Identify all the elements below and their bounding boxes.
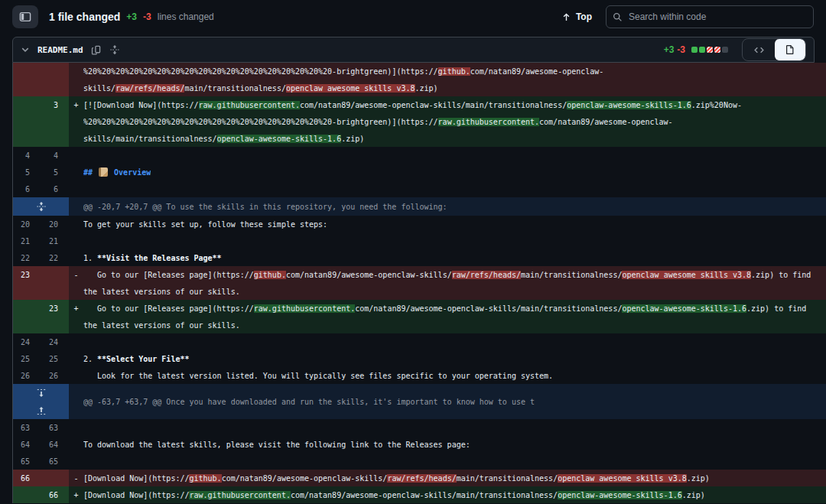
url-link[interactable]: github. [438,67,470,76]
url-link[interactable]: main/transitionalness/ [457,474,558,483]
new-line-number[interactable]: 26 [41,372,69,380]
url-link[interactable]: https:// [152,474,189,483]
old-line-number[interactable]: 4 [13,151,41,160]
old-line-number[interactable]: 26 [13,372,41,380]
rendered-file-view-button[interactable] [775,39,805,60]
url-link[interactable]: main/transitionalness/ [521,271,622,279]
new-line-number[interactable]: 3 [41,101,69,109]
url-link[interactable]: openclaw_awesome_skills_v3.8 [558,474,687,483]
new-line-number[interactable]: 24 [41,338,69,346]
old-line-number[interactable]: 64 [13,441,41,449]
new-line-number[interactable]: 65 [41,457,69,466]
url-link[interactable]: com/natan89/awesome-openclaw-skills/main… [291,491,558,499]
arrow-up-icon [561,12,571,22]
collapse-file-chevron-down-icon[interactable] [21,45,30,54]
old-line-number[interactable]: 6 [13,185,41,193]
diff-row-context: 2020To get your skills set up, follow th… [13,216,826,232]
old-line-number[interactable]: 23 [13,271,41,279]
new-line-number[interactable]: 66 [41,491,69,499]
url-link[interactable]: https:// [217,271,254,279]
url-link[interactable]: openclaw_awesome_skills_v3.8 [286,84,415,93]
url-link[interactable]: raw/refs/heads/ [452,271,521,279]
url-link[interactable]: raw.githubusercontent. [199,101,300,109]
diff-square-neutral [722,47,728,53]
url-link[interactable]: raw.githubusercontent. [189,491,290,499]
url-link[interactable]: com/natan89/awesome-openclaw-skills/ [286,271,452,279]
url-link[interactable]: .zip [682,491,701,499]
url-link[interactable]: com/natan89/awesome-openclaw- [470,67,604,76]
url-link[interactable]: raw.githubusercontent. [254,304,355,313]
old-line-number[interactable]: 65 [13,457,41,466]
new-line-number[interactable]: 23 [41,304,69,313]
old-line-number[interactable]: 22 [13,254,41,262]
url-link[interactable]: github. [254,271,286,279]
new-line-number[interactable]: 6 [41,185,69,193]
expand-down-button[interactable] [13,384,69,402]
old-line-number[interactable]: 21 [13,237,41,245]
lines-changed-label: lines changed [158,11,214,22]
url-link[interactable]: main/transitionalness/ [184,84,285,93]
url-link[interactable]: openclaw-awesome-skills-1.6 [567,101,691,109]
url-link[interactable]: https:// [401,67,437,76]
url-link[interactable]: https:// [161,101,198,109]
old-line-number[interactable]: 24 [13,338,41,346]
url-link[interactable]: https:// [401,118,437,126]
code-text: 2. [83,355,97,363]
url-link[interactable]: com/natan89/awesome-openclaw- [539,118,673,126]
new-line-number[interactable]: 64 [41,441,69,449]
new-line-number[interactable]: 20 [41,220,69,229]
diff-view-toggle [742,38,806,61]
url-link[interactable]: .zip%20Now- [691,101,742,109]
old-line-number[interactable]: 66 [13,474,41,483]
url-link[interactable]: openclaw_awesome_skills_v3.8 [622,271,751,279]
code-text: Go to our [Releases page]( [83,271,217,279]
diff-row-add: skills/main/transitionalness/openclaw-aw… [13,130,826,147]
code-line: Go to our [Releases page](https://github… [83,271,811,279]
expand-up-button[interactable] [13,402,69,419]
old-line-number[interactable]: 5 [13,168,41,177]
deletion-sign: - [69,474,83,483]
url-link[interactable]: raw/refs/heads/ [115,84,184,93]
scroll-to-top-button[interactable]: Top [561,11,592,22]
url-link[interactable]: skills/ [83,84,115,93]
source-code-view-button[interactable] [743,39,775,60]
url-link[interactable]: skills/main/transitionalness/ [83,135,217,143]
url-link[interactable]: .zip [415,84,434,93]
diff-body: %20%20%20%20%20%20%20%20%20%20%20%20%20%… [12,63,826,503]
url-link[interactable]: openclaw-awesome-skills-1.6 [558,491,682,499]
new-line-number[interactable]: 22 [41,254,69,262]
diff-row-del: %20%20%20%20%20%20%20%20%20%20%20%20%20%… [13,63,826,80]
new-line-number[interactable]: 4 [41,151,69,160]
url-link[interactable]: .zip [751,271,769,279]
old-line-number[interactable]: 25 [13,355,41,363]
expand-hunk-button[interactable] [13,197,69,216]
expand-all-hunks-button[interactable] [109,44,120,55]
url-link[interactable]: %20%20%20%20%20%20%20%20%20%20%20%20%20%… [83,118,387,126]
new-line-number[interactable]: 25 [41,355,69,363]
code-text: ) [434,84,438,93]
url-link[interactable]: raw/refs/heads/ [387,474,456,483]
url-link[interactable]: raw.githubusercontent. [438,118,539,126]
old-line-number[interactable]: 63 [13,424,41,432]
url-link[interactable]: https:// [152,491,189,499]
new-line-number[interactable]: 5 [41,168,69,177]
url-link[interactable]: com/natan89/awesome-openclaw-skills/main… [355,304,622,313]
search-within-code-field[interactable] [606,5,814,28]
url-link[interactable]: github. [189,474,221,483]
url-link[interactable]: %20%20%20%20%20%20%20%20%20%20%20%20%20%… [83,67,387,76]
new-line-number[interactable]: 63 [41,424,69,432]
new-line-number[interactable]: 21 [41,237,69,245]
sidebar-toggle-button[interactable] [12,5,38,28]
old-line-number[interactable]: 20 [13,220,41,229]
url-link[interactable]: com/natan89/awesome-openclaw-skills/main… [300,101,567,109]
url-link[interactable]: https:// [217,304,254,313]
copy-file-path-button[interactable] [91,44,102,55]
url-link[interactable]: com/natan89/awesome-openclaw-skills/ [222,474,388,483]
line-number-gutter: 2525 [13,350,69,367]
url-link[interactable]: .zip [746,304,765,313]
url-link[interactable]: openclaw-awesome-skills-1.6 [217,135,342,143]
url-link[interactable]: openclaw-awesome-skills-1.6 [622,304,746,313]
url-link[interactable]: .zip [341,135,359,143]
search-input[interactable] [627,11,807,23]
url-link[interactable]: .zip [687,474,705,483]
